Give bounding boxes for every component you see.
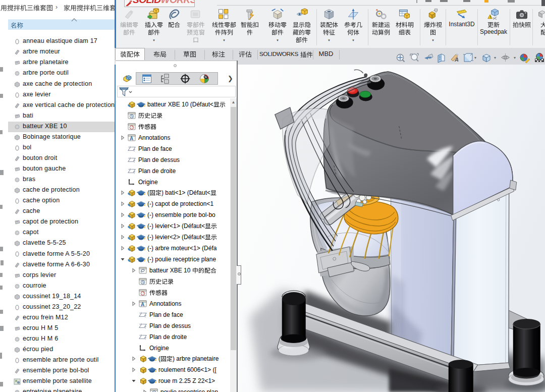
svg-text:!: !	[490, 15, 491, 19]
svg-text:A: A	[130, 136, 133, 141]
svg-text:A: A	[454, 57, 459, 63]
svg-text:A: A	[141, 302, 144, 307]
